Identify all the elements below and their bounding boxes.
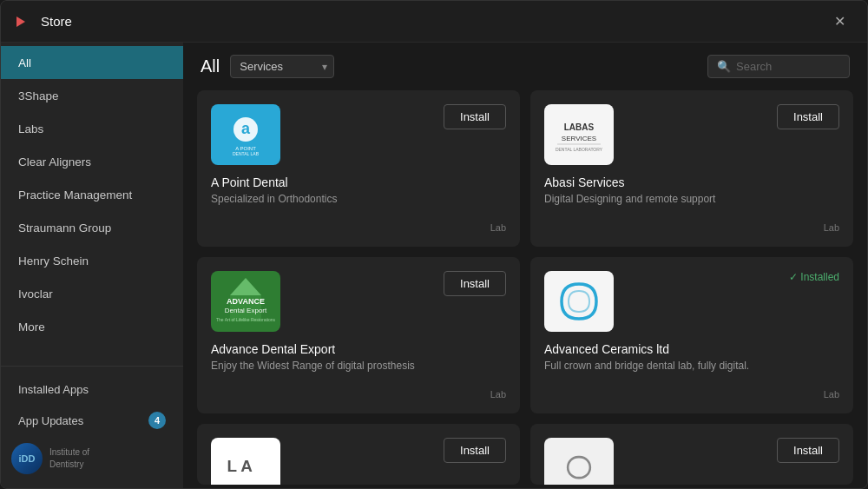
sidebar-bottom: Installed Apps App Updates 4 iDD Institu… (1, 366, 183, 488)
card-desc-advance: Enjoy the Widest Range of digital prosth… (211, 360, 506, 382)
sidebar-item-ivoclar[interactable]: Ivoclar (1, 277, 183, 310)
app-info-name: Institute of (49, 446, 89, 459)
sidebar-item-app-updates[interactable]: App Updates 4 (1, 405, 183, 436)
grid-area: a A POINT DENTAL LAB Install A Point Den… (183, 90, 867, 488)
card-bottom-1: L A Install (197, 424, 520, 485)
filter-dropdown-wrapper: Services All Labs (230, 55, 334, 78)
install-button-bottom2[interactable]: Install (777, 438, 839, 463)
card-desc-a-point: Specialized in Orthodontics (211, 193, 506, 215)
card-tag-advance: Lab (211, 389, 506, 400)
svg-text:LABAS: LABAS (564, 122, 595, 132)
svg-text:The Art of Lifelike Restoratio: The Art of Lifelike Restorations (216, 317, 276, 322)
card-logo-advance: ADVANCE Dental Export The Art of Lifelik… (211, 271, 280, 332)
card-bottom-2: Install (530, 424, 853, 485)
content-header: All Services All Labs 🔍 (183, 43, 867, 90)
app-logo-icon (15, 13, 32, 30)
bottom1-svg-icon: L A (220, 449, 272, 485)
card-name-a-point: A Point Dental (211, 175, 506, 189)
card-tag-a-point: Lab (211, 222, 506, 233)
app-logo-text: iDD (19, 453, 36, 464)
sidebar-item-all[interactable]: All (1, 46, 183, 79)
a-point-svg-icon: a A POINT DENTAL LAB (221, 110, 270, 159)
card-desc-advanced-ceramics: Full crown and bridge dental lab, fully … (544, 360, 839, 382)
install-button-a-point[interactable]: Install (444, 104, 506, 129)
sidebar-item-henry-schein[interactable]: Henry Schein (1, 244, 183, 277)
install-button-advance[interactable]: Install (444, 271, 506, 296)
sidebar-app-info: iDD Institute of Dentistry (1, 436, 183, 481)
bottom2-svg-icon (553, 449, 605, 485)
card-logo-advanced-ceramics (544, 271, 614, 332)
titlebar: Store ✕ (1, 1, 867, 43)
card-tag-advanced-ceramics: Lab (544, 389, 839, 400)
card-top: LABAS SERVICES DENTAL LABORATORY Install (544, 104, 839, 165)
install-button-bottom1[interactable]: Install (444, 438, 506, 463)
sidebar-app-logo: iDD (11, 443, 43, 474)
install-button-abasi[interactable]: Install (777, 104, 839, 129)
cards-grid: a A POINT DENTAL LAB Install A Point Den… (197, 90, 853, 485)
advanced-ceramics-svg-icon (549, 275, 609, 327)
card-abasi-services: LABAS SERVICES DENTAL LABORATORY Install… (530, 90, 853, 247)
card-advance-dental: ADVANCE Dental Export The Art of Lifelik… (197, 257, 520, 413)
search-input[interactable] (736, 60, 840, 73)
sidebar-item-3shape[interactable]: 3Shape (1, 79, 183, 112)
services-filter-dropdown[interactable]: Services All Labs (230, 55, 334, 78)
card-name-advance: Advance Dental Export (211, 342, 506, 356)
svg-text:a: a (241, 120, 251, 137)
all-label: All (201, 56, 220, 76)
search-box: 🔍 (707, 55, 850, 78)
card-a-point-dental: a A POINT DENTAL LAB Install A Point Den… (197, 90, 520, 247)
sidebar-item-labs[interactable]: Labs (1, 112, 183, 145)
sidebar-item-more[interactable]: More (1, 310, 183, 343)
card-name-advanced-ceramics: Advanced Ceramics ltd (544, 342, 839, 356)
abasi-logo-image: LABAS SERVICES DENTAL LABORATORY (544, 104, 614, 165)
store-window: Store ✕ All 3Shape Labs Clear Aligners P… (0, 0, 868, 489)
sidebar-item-installed-apps[interactable]: Installed Apps (1, 373, 183, 405)
svg-text:L A: L A (227, 457, 253, 475)
svg-marker-0 (16, 17, 25, 27)
card-advanced-ceramics: ✓ Installed Advanced Ceramics ltd Full c… (530, 257, 853, 413)
svg-marker-9 (230, 278, 261, 295)
abasi-svg-icon: LABAS SERVICES DENTAL LABORATORY (549, 113, 609, 156)
installed-label-advanced-ceramics: ✓ Installed (789, 271, 839, 283)
sidebar-item-straumann-group[interactable]: Straumann Group (1, 211, 183, 244)
card-logo-bottom1: L A (211, 438, 280, 485)
sidebar-item-practice-management[interactable]: Practice Management (1, 178, 183, 211)
close-button[interactable]: ✕ (825, 8, 853, 36)
svg-text:DENTAL LAB: DENTAL LAB (233, 151, 260, 156)
a-point-logo-image: a A POINT DENTAL LAB (211, 104, 280, 165)
svg-text:ADVANCE: ADVANCE (227, 297, 265, 306)
sidebar: All 3Shape Labs Clear Aligners Practice … (1, 43, 183, 488)
svg-text:Dental Export: Dental Export (225, 307, 267, 314)
main-layout: All 3Shape Labs Clear Aligners Practice … (1, 43, 867, 488)
advanced-ceramics-logo-image (544, 271, 614, 332)
advance-logo-image: ADVANCE Dental Export The Art of Lifelik… (211, 271, 280, 332)
card-logo-a-point: a A POINT DENTAL LAB (211, 104, 280, 165)
card-logo-bottom2 (544, 438, 614, 485)
installed-apps-label: Installed Apps (18, 383, 89, 396)
svg-rect-15 (568, 457, 590, 478)
card-top: ✓ Installed (544, 271, 839, 332)
card-top: Install (544, 438, 839, 485)
app-updates-label: App Updates (18, 414, 83, 427)
app-info-subtitle: Dentistry (49, 459, 89, 471)
app-info-text: Institute of Dentistry (49, 446, 89, 471)
card-top: a A POINT DENTAL LAB Install (211, 104, 506, 165)
card-top: ADVANCE Dental Export The Art of Lifelik… (211, 271, 506, 332)
card-logo-abasi: LABAS SERVICES DENTAL LABORATORY (544, 104, 614, 165)
card-desc-abasi: Digital Designing and remote support (544, 193, 839, 215)
bottom2-logo-image (544, 438, 614, 485)
card-top: L A Install (211, 438, 506, 485)
app-updates-badge: 4 (148, 412, 166, 429)
svg-text:DENTAL LABORATORY: DENTAL LABORATORY (556, 147, 603, 152)
window-title: Store (41, 14, 825, 29)
search-icon: 🔍 (717, 60, 731, 73)
card-tag-abasi: Lab (544, 222, 839, 233)
sidebar-nav: All 3Shape Labs Clear Aligners Practice … (1, 43, 183, 366)
content-area: All Services All Labs 🔍 (183, 43, 867, 488)
bottom1-logo-image: L A (211, 438, 280, 485)
sidebar-item-clear-aligners[interactable]: Clear Aligners (1, 145, 183, 178)
advance-svg-icon: ADVANCE Dental Export The Art of Lifelik… (211, 271, 280, 332)
svg-text:SERVICES: SERVICES (562, 135, 596, 142)
card-name-abasi: Abasi Services (544, 175, 839, 189)
